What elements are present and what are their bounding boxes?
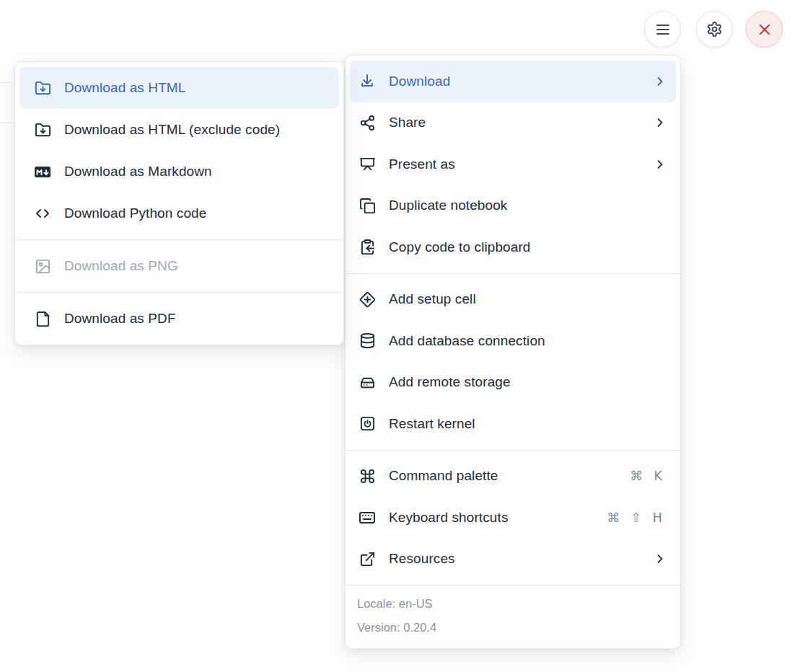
menu-item-label: Download Python code <box>64 205 330 221</box>
download-submenu-section-png: Download as PNG <box>15 240 343 292</box>
menu-item-resources[interactable]: Resources <box>350 539 676 580</box>
keyboard-shortcut-hint: ⌘ ⇧ H <box>607 510 667 525</box>
markdown-icon <box>34 163 51 180</box>
settings-button[interactable] <box>696 11 733 48</box>
menu-item-label: Download as HTML (exclude code) <box>64 122 330 138</box>
folder-down-icon <box>34 79 51 97</box>
menu-item-download-html[interactable]: Download as HTML <box>19 67 339 109</box>
locale-text: Locale: en-US <box>357 592 669 616</box>
background-table-line <box>0 82 15 83</box>
menu-item-label: Download as HTML <box>64 80 330 96</box>
database-icon <box>358 332 376 350</box>
background-table-line <box>0 123 15 123</box>
hard-drive-icon <box>358 373 376 391</box>
menu-item-command-palette[interactable]: Command palette ⌘ K <box>350 456 676 498</box>
main-menu-section-notebook: Add setup cell Add database connection A… <box>346 274 680 450</box>
menu-item-label: Resources <box>389 551 640 567</box>
menu-item-download[interactable]: Download <box>350 61 676 102</box>
menu-footer: Locale: en-US Version: 0.20.4 <box>346 585 680 648</box>
external-link-icon <box>358 550 376 567</box>
main-menu: Download Share Present as <box>345 55 681 649</box>
menu-item-download-html-exclude-code[interactable]: Download as HTML (exclude code) <box>19 109 339 151</box>
app-canvas: Download Share Present as <box>0 0 805 672</box>
menu-item-add-setup-cell[interactable]: Add setup cell <box>350 279 676 321</box>
download-icon <box>358 73 376 90</box>
menu-item-label: Download as PNG <box>64 258 330 274</box>
menu-item-duplicate-notebook[interactable]: Duplicate notebook <box>350 185 676 227</box>
download-submenu-section-formats: Download as HTML Download as HTML (exclu… <box>15 62 343 239</box>
main-menu-section-actions: Download Share Present as <box>346 56 680 273</box>
menu-item-share[interactable]: Share <box>350 102 676 144</box>
command-icon <box>358 467 376 485</box>
menu-item-label: Download as PDF <box>64 311 330 327</box>
menu-item-download-markdown[interactable]: Download as Markdown <box>19 151 339 193</box>
download-submenu-section-pdf: Download as PDF <box>15 293 343 345</box>
menu-item-label: Duplicate notebook <box>389 198 667 213</box>
menu-item-add-database-connection[interactable]: Add database connection <box>350 320 676 362</box>
copy-icon <box>358 197 376 214</box>
keyboard-icon <box>358 509 376 526</box>
version-text: Version: 0.20.4 <box>357 616 669 640</box>
close-icon <box>756 21 773 38</box>
file-icon <box>34 310 51 327</box>
menu-item-add-remote-storage[interactable]: Add remote storage <box>350 362 676 404</box>
menu-item-label: Download <box>389 74 640 89</box>
menu-item-download-pdf[interactable]: Download as PDF <box>19 298 339 340</box>
menu-item-label: Add remote storage <box>389 374 667 390</box>
presentation-icon <box>358 156 376 173</box>
menu-item-label: Download as Markdown <box>64 164 330 180</box>
gear-icon <box>706 21 723 37</box>
menu-item-download-python[interactable]: Download Python code <box>19 193 339 234</box>
menu-item-label: Keyboard shortcuts <box>389 510 594 526</box>
chevron-right-icon <box>653 552 667 566</box>
menu-item-restart-kernel[interactable]: Restart kernel <box>350 403 676 445</box>
menu-item-copy-code[interactable]: Copy code to clipboard <box>350 226 676 268</box>
menu-item-label: Restart kernel <box>389 416 667 432</box>
chevron-right-icon <box>653 115 667 130</box>
code-icon <box>34 205 51 222</box>
notebook-menu-button[interactable] <box>644 11 681 48</box>
folder-down-icon <box>34 121 51 138</box>
main-menu-section-help: Command palette ⌘ K Keyboard shortcuts ⌘… <box>346 451 680 585</box>
menu-item-label: Add database connection <box>389 333 667 349</box>
menu-item-label: Command palette <box>389 468 617 484</box>
image-icon <box>34 257 51 275</box>
chevron-right-icon <box>653 157 667 172</box>
power-icon <box>358 415 376 433</box>
clipboard-copy-icon <box>358 239 376 256</box>
menu-item-label: Present as <box>389 156 640 172</box>
menu-item-label: Add setup cell <box>389 291 667 307</box>
keyboard-shortcut-hint: ⌘ K <box>630 469 667 483</box>
diamond-plus-icon <box>358 291 376 308</box>
hamburger-icon <box>654 21 672 38</box>
menu-item-present-as[interactable]: Present as <box>350 143 676 185</box>
menu-item-keyboard-shortcuts[interactable]: Keyboard shortcuts ⌘ ⇧ H <box>350 497 676 539</box>
download-submenu: Download as HTML Download as HTML (exclu… <box>14 61 344 345</box>
chevron-right-icon <box>653 74 667 89</box>
menu-item-download-png[interactable]: Download as PNG <box>19 245 339 287</box>
menu-item-label: Share <box>389 115 640 131</box>
menu-item-label: Copy code to clipboard <box>389 239 667 255</box>
share-icon <box>358 114 376 131</box>
close-app-button[interactable] <box>746 11 783 48</box>
